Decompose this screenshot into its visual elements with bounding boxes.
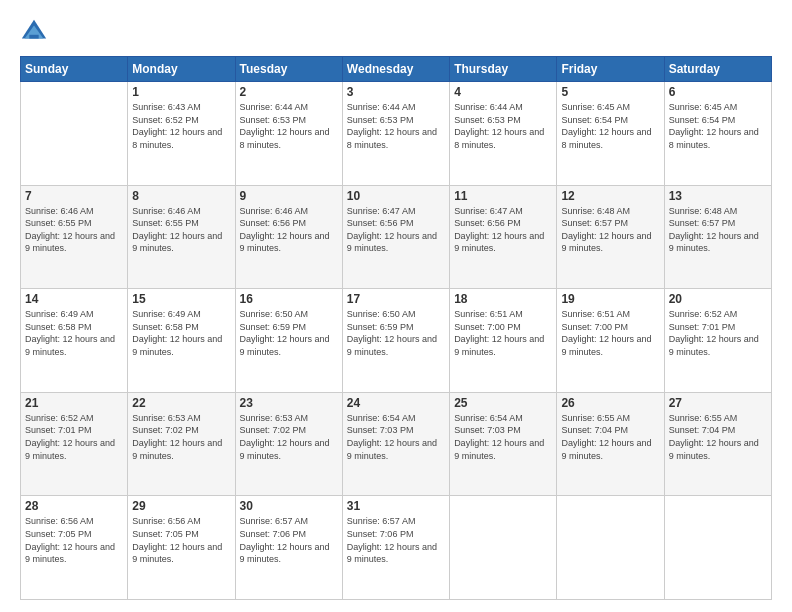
- day-info: Sunrise: 6:53 AMSunset: 7:02 PMDaylight:…: [132, 412, 230, 462]
- day-info: Sunrise: 6:54 AMSunset: 7:03 PMDaylight:…: [454, 412, 552, 462]
- day-info: Sunrise: 6:48 AMSunset: 6:57 PMDaylight:…: [669, 205, 767, 255]
- day-number: 6: [669, 85, 767, 99]
- day-number: 22: [132, 396, 230, 410]
- day-info: Sunrise: 6:48 AMSunset: 6:57 PMDaylight:…: [561, 205, 659, 255]
- calendar-cell: 31Sunrise: 6:57 AMSunset: 7:06 PMDayligh…: [342, 496, 449, 600]
- day-number: 20: [669, 292, 767, 306]
- day-info: Sunrise: 6:49 AMSunset: 6:58 PMDaylight:…: [25, 308, 123, 358]
- day-info: Sunrise: 6:45 AMSunset: 6:54 PMDaylight:…: [669, 101, 767, 151]
- calendar-cell: 13Sunrise: 6:48 AMSunset: 6:57 PMDayligh…: [664, 185, 771, 289]
- calendar-cell: [664, 496, 771, 600]
- day-number: 29: [132, 499, 230, 513]
- calendar-cell: 29Sunrise: 6:56 AMSunset: 7:05 PMDayligh…: [128, 496, 235, 600]
- day-number: 1: [132, 85, 230, 99]
- day-info: Sunrise: 6:51 AMSunset: 7:00 PMDaylight:…: [454, 308, 552, 358]
- day-number: 26: [561, 396, 659, 410]
- calendar-cell: 18Sunrise: 6:51 AMSunset: 7:00 PMDayligh…: [450, 289, 557, 393]
- day-number: 21: [25, 396, 123, 410]
- calendar-cell: 28Sunrise: 6:56 AMSunset: 7:05 PMDayligh…: [21, 496, 128, 600]
- weekday-header-tuesday: Tuesday: [235, 57, 342, 82]
- day-number: 9: [240, 189, 338, 203]
- day-number: 24: [347, 396, 445, 410]
- calendar-cell: 30Sunrise: 6:57 AMSunset: 7:06 PMDayligh…: [235, 496, 342, 600]
- day-info: Sunrise: 6:53 AMSunset: 7:02 PMDaylight:…: [240, 412, 338, 462]
- day-number: 14: [25, 292, 123, 306]
- day-info: Sunrise: 6:46 AMSunset: 6:55 PMDaylight:…: [25, 205, 123, 255]
- day-info: Sunrise: 6:50 AMSunset: 6:59 PMDaylight:…: [240, 308, 338, 358]
- day-number: 4: [454, 85, 552, 99]
- day-number: 8: [132, 189, 230, 203]
- weekday-header-friday: Friday: [557, 57, 664, 82]
- weekday-header-row: SundayMondayTuesdayWednesdayThursdayFrid…: [21, 57, 772, 82]
- day-number: 18: [454, 292, 552, 306]
- day-number: 15: [132, 292, 230, 306]
- day-info: Sunrise: 6:44 AMSunset: 6:53 PMDaylight:…: [454, 101, 552, 151]
- page: SundayMondayTuesdayWednesdayThursdayFrid…: [0, 0, 792, 612]
- day-info: Sunrise: 6:50 AMSunset: 6:59 PMDaylight:…: [347, 308, 445, 358]
- calendar-cell: [557, 496, 664, 600]
- day-number: 10: [347, 189, 445, 203]
- calendar-cell: 24Sunrise: 6:54 AMSunset: 7:03 PMDayligh…: [342, 392, 449, 496]
- svg-rect-2: [29, 35, 38, 39]
- calendar-cell: 6Sunrise: 6:45 AMSunset: 6:54 PMDaylight…: [664, 82, 771, 186]
- calendar-cell: 8Sunrise: 6:46 AMSunset: 6:55 PMDaylight…: [128, 185, 235, 289]
- weekday-header-monday: Monday: [128, 57, 235, 82]
- calendar-cell: 21Sunrise: 6:52 AMSunset: 7:01 PMDayligh…: [21, 392, 128, 496]
- day-info: Sunrise: 6:47 AMSunset: 6:56 PMDaylight:…: [347, 205, 445, 255]
- day-number: 16: [240, 292, 338, 306]
- day-number: 11: [454, 189, 552, 203]
- calendar-week-5: 28Sunrise: 6:56 AMSunset: 7:05 PMDayligh…: [21, 496, 772, 600]
- calendar-cell: 12Sunrise: 6:48 AMSunset: 6:57 PMDayligh…: [557, 185, 664, 289]
- day-number: 27: [669, 396, 767, 410]
- day-info: Sunrise: 6:45 AMSunset: 6:54 PMDaylight:…: [561, 101, 659, 151]
- calendar-cell: 15Sunrise: 6:49 AMSunset: 6:58 PMDayligh…: [128, 289, 235, 393]
- day-number: 3: [347, 85, 445, 99]
- calendar-cell: 16Sunrise: 6:50 AMSunset: 6:59 PMDayligh…: [235, 289, 342, 393]
- calendar-cell: 7Sunrise: 6:46 AMSunset: 6:55 PMDaylight…: [21, 185, 128, 289]
- day-info: Sunrise: 6:44 AMSunset: 6:53 PMDaylight:…: [240, 101, 338, 151]
- weekday-header-saturday: Saturday: [664, 57, 771, 82]
- calendar-cell: [21, 82, 128, 186]
- logo: [20, 18, 52, 46]
- day-info: Sunrise: 6:56 AMSunset: 7:05 PMDaylight:…: [132, 515, 230, 565]
- day-info: Sunrise: 6:55 AMSunset: 7:04 PMDaylight:…: [561, 412, 659, 462]
- calendar-cell: 20Sunrise: 6:52 AMSunset: 7:01 PMDayligh…: [664, 289, 771, 393]
- day-info: Sunrise: 6:57 AMSunset: 7:06 PMDaylight:…: [347, 515, 445, 565]
- calendar-cell: 17Sunrise: 6:50 AMSunset: 6:59 PMDayligh…: [342, 289, 449, 393]
- calendar-cell: 3Sunrise: 6:44 AMSunset: 6:53 PMDaylight…: [342, 82, 449, 186]
- logo-icon: [20, 18, 48, 46]
- day-info: Sunrise: 6:47 AMSunset: 6:56 PMDaylight:…: [454, 205, 552, 255]
- day-number: 5: [561, 85, 659, 99]
- calendar-table: SundayMondayTuesdayWednesdayThursdayFrid…: [20, 56, 772, 600]
- day-info: Sunrise: 6:43 AMSunset: 6:52 PMDaylight:…: [132, 101, 230, 151]
- calendar-cell: 2Sunrise: 6:44 AMSunset: 6:53 PMDaylight…: [235, 82, 342, 186]
- calendar-cell: 10Sunrise: 6:47 AMSunset: 6:56 PMDayligh…: [342, 185, 449, 289]
- calendar-week-2: 7Sunrise: 6:46 AMSunset: 6:55 PMDaylight…: [21, 185, 772, 289]
- day-info: Sunrise: 6:46 AMSunset: 6:56 PMDaylight:…: [240, 205, 338, 255]
- calendar-week-4: 21Sunrise: 6:52 AMSunset: 7:01 PMDayligh…: [21, 392, 772, 496]
- calendar-cell: 26Sunrise: 6:55 AMSunset: 7:04 PMDayligh…: [557, 392, 664, 496]
- calendar-cell: 19Sunrise: 6:51 AMSunset: 7:00 PMDayligh…: [557, 289, 664, 393]
- calendar-cell: 11Sunrise: 6:47 AMSunset: 6:56 PMDayligh…: [450, 185, 557, 289]
- day-number: 13: [669, 189, 767, 203]
- day-info: Sunrise: 6:57 AMSunset: 7:06 PMDaylight:…: [240, 515, 338, 565]
- calendar-week-1: 1Sunrise: 6:43 AMSunset: 6:52 PMDaylight…: [21, 82, 772, 186]
- day-info: Sunrise: 6:52 AMSunset: 7:01 PMDaylight:…: [669, 308, 767, 358]
- weekday-header-wednesday: Wednesday: [342, 57, 449, 82]
- day-info: Sunrise: 6:51 AMSunset: 7:00 PMDaylight:…: [561, 308, 659, 358]
- calendar-cell: 23Sunrise: 6:53 AMSunset: 7:02 PMDayligh…: [235, 392, 342, 496]
- day-number: 17: [347, 292, 445, 306]
- header: [20, 18, 772, 46]
- calendar-week-3: 14Sunrise: 6:49 AMSunset: 6:58 PMDayligh…: [21, 289, 772, 393]
- day-number: 23: [240, 396, 338, 410]
- day-number: 28: [25, 499, 123, 513]
- calendar-cell: 1Sunrise: 6:43 AMSunset: 6:52 PMDaylight…: [128, 82, 235, 186]
- calendar-cell: 27Sunrise: 6:55 AMSunset: 7:04 PMDayligh…: [664, 392, 771, 496]
- calendar-cell: 4Sunrise: 6:44 AMSunset: 6:53 PMDaylight…: [450, 82, 557, 186]
- calendar-cell: 14Sunrise: 6:49 AMSunset: 6:58 PMDayligh…: [21, 289, 128, 393]
- day-number: 7: [25, 189, 123, 203]
- day-info: Sunrise: 6:55 AMSunset: 7:04 PMDaylight:…: [669, 412, 767, 462]
- calendar-cell: 25Sunrise: 6:54 AMSunset: 7:03 PMDayligh…: [450, 392, 557, 496]
- calendar-cell: 5Sunrise: 6:45 AMSunset: 6:54 PMDaylight…: [557, 82, 664, 186]
- day-number: 31: [347, 499, 445, 513]
